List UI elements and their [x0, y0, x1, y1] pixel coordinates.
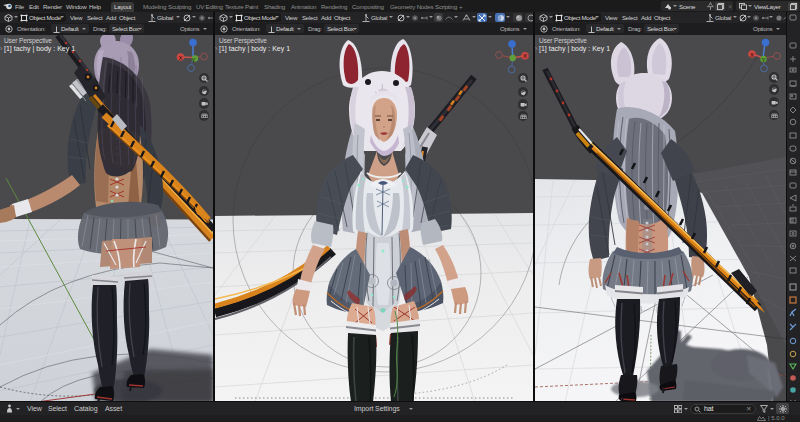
svg-text:X: X	[750, 51, 754, 57]
svg-text:Y: Y	[191, 56, 195, 62]
svg-text:X: X	[523, 53, 527, 59]
svg-text:Y: Y	[761, 57, 765, 63]
svg-text:X: X	[178, 54, 182, 60]
